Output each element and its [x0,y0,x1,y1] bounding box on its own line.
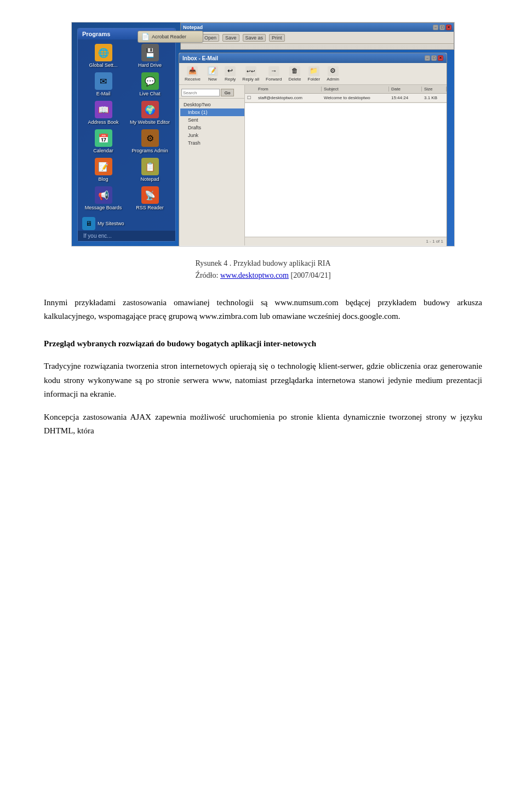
email-body: Go DesktopTwo Inbox (1) Sent Drafts Junk… [179,85,447,245]
reply-icon: ↩ [225,66,236,76]
message-boards-icon: 📢 [95,186,112,204]
folder-desktoptwo[interactable]: DesktopTwo [180,101,244,108]
email-list-row[interactable]: ☐ staff@desktoptwo.com Welcome to deskto… [245,94,447,102]
prog-label-programs: Programs Admin [132,148,168,153]
email-size: 3.1 KB [422,95,447,100]
notepad-toolbar: New Open Save Save as Print [181,32,454,44]
prog-icon-chat[interactable]: 💬 Live Chat [129,72,171,96]
folder-drafts[interactable]: Drafts [180,124,244,131]
email-folder-group: DesktopTwo Inbox (1) Sent Drafts Junk Tr… [179,101,244,147]
delete-button[interactable]: 🗑 Delete [286,65,303,83]
notepad-print-button[interactable]: Print [269,34,285,42]
notepad-title: Notepad [183,25,203,30]
forward-button[interactable]: → Forward [264,65,284,83]
prog-icon-website[interactable]: 🌍 My Website Editor [129,101,171,125]
email-preview-pane [245,102,447,237]
prog-icon-blog[interactable]: 📝 Blog [82,158,124,182]
folder-icon: 📁 [308,66,319,76]
receive-icon: 📥 [187,66,198,76]
paragraph1: Innymi przykładami zastosowania omawiane… [44,296,482,324]
hard-drive-icon: 💾 [141,44,159,61]
email-close-button[interactable]: ✕ [438,55,443,61]
email-titlebar: Inbox - E-Mail – □ ✕ [179,53,447,63]
prog-icon-address[interactable]: 📖 Address Book [82,101,124,125]
prog-label-global: Global Sett... [89,62,117,68]
address-book-icon: 📖 [95,101,112,118]
email-subject: Welcome to desktoptwo [322,95,389,100]
prog-icon-global[interactable]: 🌐 Global Sett... [82,44,124,68]
receive-label: Receive [185,77,201,82]
programs-admin-icon: ⚙ [141,129,159,147]
chat-icon: 💬 [141,72,159,90]
calendar-icon: 📅 [95,129,112,147]
notepad-close-button[interactable]: ✕ [446,25,451,30]
prog-label-website: My Website Editor [130,119,170,125]
screenshot-wrapper: Programs 🌐 Global Sett... 💾 Hard Drive ✉… [71,22,455,247]
notepad-minimize-button[interactable]: – [433,25,438,30]
folder-button[interactable]: 📁 Folder [306,65,323,83]
admin-icon: ⚙ [328,66,339,76]
prog-icon-message[interactable]: 📢 Message Boards [82,186,124,210]
prog-icon-rss[interactable]: 📡 RSS Reader [129,186,171,210]
admin-label: Admin [327,77,339,82]
prog-icon-mysitestwo[interactable]: 🖥 My Sitestwo [82,217,171,230]
col-from: From [256,87,322,92]
email-search-button[interactable]: Go [221,89,234,96]
folder-junk[interactable]: Junk [180,131,244,139]
caption-section: Rysunek 4 . Przykład budowy aplikacji RI… [44,258,482,282]
email-list-header: From Subject Date Size [245,85,447,94]
prog-icon-calendar[interactable]: 📅 Calendar [82,129,124,153]
reply-label: Reply [225,77,236,82]
email-status-bar: 1 - 1 of 1 [245,237,447,245]
caption-source-link[interactable]: www.desktoptwo.com [220,271,289,279]
reply-button[interactable]: ↩ Reply [222,65,238,83]
forward-icon: → [268,66,279,76]
acrobat-label: Acrobat Reader [152,34,186,39]
reply-all-button[interactable]: ↩↩ Reply all [240,65,261,83]
prog-label-email: E-Mail [96,91,111,96]
prog-icon-hard[interactable]: 💾 Hard Drive [129,44,171,68]
prog-label-message: Message Boards [85,205,122,210]
new-email-icon: 📝 [207,66,218,76]
folder-inbox[interactable]: Inbox (1) [180,108,244,116]
reply-all-icon: ↩↩ [245,66,256,76]
email-from: staff@desktoptwo.com [256,95,322,100]
email-sidebar: Go DesktopTwo Inbox (1) Sent Drafts Junk… [179,85,245,245]
folder-sent[interactable]: Sent [180,116,244,124]
notepad-save-button[interactable]: Save [222,34,239,42]
new-email-button[interactable]: 📝 New [205,65,220,83]
notepad-maximize-button[interactable]: □ [439,25,445,30]
page-container: Programs 🌐 Global Sett... 💾 Hard Drive ✉… [0,0,526,469]
paragraph3: Koncepcja zastosowania AJAX zapewnia moż… [44,410,482,438]
paragraph2: Tradycyjne rozwiązania tworzenia stron i… [44,359,482,402]
delete-label: Delete [288,77,301,82]
delete-icon: 🗑 [289,66,300,76]
email-status-text: 1 - 1 of 1 [426,239,443,244]
prog-icon-programs[interactable]: ⚙ Programs Admin [129,129,171,153]
programs-icons-grid: 🌐 Global Sett... 💾 Hard Drive ✉ E-Mail 💬… [78,39,175,215]
email-search-input[interactable] [181,89,220,96]
blog-icon: 📝 [95,158,112,175]
notepad-open-button[interactable]: Open [202,34,219,42]
email-maximize-button[interactable]: □ [431,55,437,61]
email-checkbox: ☐ [245,95,256,100]
text-content: Innymi przykładami zastosowania omawiane… [44,296,482,438]
notepad-window: Notepad – □ ✕ New Open Save Save as Prin… [180,22,454,50]
notepad-saveas-button[interactable]: Save as [243,34,266,42]
admin-button[interactable]: ⚙ Admin [324,65,341,83]
prog-icon-notepad[interactable]: 📋 Notepad [129,158,171,182]
col-subject: Subject [322,87,389,92]
caption-line1: Rysunek 4 . Przykład budowy aplikacji RI… [44,258,482,270]
prog-icon-email[interactable]: ✉ E-Mail [82,72,124,96]
email-minimize-button[interactable]: – [425,55,430,61]
folder-trash[interactable]: Trash [180,139,244,147]
prog-label-blog: Blog [98,176,108,182]
email-main-panel: From Subject Date Size ☐ staff@desktoptw… [245,85,447,245]
programs-panel: Programs 🌐 Global Sett... 💾 Hard Drive ✉… [77,28,176,242]
notepad-titlebar: Notepad – □ ✕ [181,23,454,32]
email-win-controls: – □ ✕ [425,55,443,61]
caption-source-suffix: [2007/04/21] [289,271,331,279]
col-size: Size [422,87,447,92]
receive-button[interactable]: 📥 Receive [182,65,203,83]
acrobat-popup: 📄 Acrobat Reader [138,31,203,43]
